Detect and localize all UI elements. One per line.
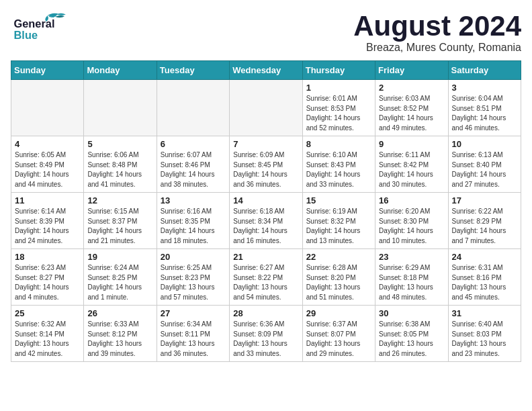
weekday-header-saturday: Saturday <box>448 61 521 80</box>
day-number: 8 <box>306 139 371 149</box>
weekday-header-tuesday: Tuesday <box>157 61 229 80</box>
day-info: Sunrise: 6:04 AMSunset: 8:51 PMDaylight:… <box>452 94 517 133</box>
day-info: Sunrise: 6:28 AMSunset: 8:20 PMDaylight:… <box>306 263 371 302</box>
weekday-header-wednesday: Wednesday <box>230 61 302 80</box>
month-title: August 2024 <box>353 11 521 42</box>
day-info: Sunrise: 6:32 AMSunset: 8:14 PMDaylight:… <box>15 320 80 359</box>
day-info: Sunrise: 6:36 AMSunset: 8:09 PMDaylight:… <box>233 320 298 359</box>
weekday-header-sunday: Sunday <box>11 61 84 80</box>
day-info: Sunrise: 6:11 AMSunset: 8:42 PMDaylight:… <box>379 150 444 189</box>
day-info: Sunrise: 6:24 AMSunset: 8:25 PMDaylight:… <box>87 263 152 302</box>
day-info: Sunrise: 6:20 AMSunset: 8:30 PMDaylight:… <box>379 207 444 246</box>
day-number: 20 <box>161 252 226 262</box>
day-info: Sunrise: 6:10 AMSunset: 8:43 PMDaylight:… <box>306 150 371 189</box>
day-info: Sunrise: 6:14 AMSunset: 8:39 PMDaylight:… <box>15 207 80 246</box>
day-info: Sunrise: 6:25 AMSunset: 8:23 PMDaylight:… <box>161 263 226 302</box>
day-info: Sunrise: 6:22 AMSunset: 8:29 PMDaylight:… <box>452 207 517 246</box>
day-number: 13 <box>161 195 226 205</box>
day-info: Sunrise: 6:16 AMSunset: 8:35 PMDaylight:… <box>161 207 226 246</box>
day-info: Sunrise: 6:31 AMSunset: 8:16 PMDaylight:… <box>452 263 517 302</box>
day-number: 25 <box>15 308 80 318</box>
calendar-cell <box>84 80 157 136</box>
day-number: 26 <box>87 308 152 318</box>
calendar-cell: 3Sunrise: 6:04 AMSunset: 8:51 PMDaylight… <box>448 80 521 136</box>
day-number: 6 <box>161 139 226 149</box>
day-number: 11 <box>15 195 80 205</box>
day-number: 10 <box>452 139 517 149</box>
day-info: Sunrise: 6:18 AMSunset: 8:34 PMDaylight:… <box>233 207 298 246</box>
calendar-cell: 19Sunrise: 6:24 AMSunset: 8:25 PMDayligh… <box>84 249 157 306</box>
calendar-cell: 20Sunrise: 6:25 AMSunset: 8:23 PMDayligh… <box>157 249 229 306</box>
calendar-cell: 24Sunrise: 6:31 AMSunset: 8:16 PMDayligh… <box>448 249 521 306</box>
calendar-cell: 16Sunrise: 6:20 AMSunset: 8:30 PMDayligh… <box>375 193 448 249</box>
page-header: General Blue August 2024 Breaza, Mures C… <box>11 11 521 54</box>
day-info: Sunrise: 6:06 AMSunset: 8:48 PMDaylight:… <box>87 150 152 189</box>
calendar-cell: 18Sunrise: 6:23 AMSunset: 8:27 PMDayligh… <box>11 249 84 306</box>
calendar-cell: 23Sunrise: 6:29 AMSunset: 8:18 PMDayligh… <box>375 249 448 306</box>
day-info: Sunrise: 6:05 AMSunset: 8:49 PMDaylight:… <box>15 150 80 189</box>
day-number: 22 <box>306 252 371 262</box>
day-info: Sunrise: 6:01 AMSunset: 8:53 PMDaylight:… <box>306 94 371 133</box>
calendar-cell: 7Sunrise: 6:09 AMSunset: 8:45 PMDaylight… <box>230 136 302 193</box>
day-number: 23 <box>379 252 444 262</box>
calendar-cell: 4Sunrise: 6:05 AMSunset: 8:49 PMDaylight… <box>11 136 84 193</box>
day-number: 29 <box>306 308 371 318</box>
weekday-header-row: SundayMondayTuesdayWednesdayThursdayFrid… <box>11 61 521 80</box>
calendar-cell <box>157 80 229 136</box>
day-number: 2 <box>379 83 444 93</box>
calendar-cell: 1Sunrise: 6:01 AMSunset: 8:53 PMDaylight… <box>302 80 375 136</box>
day-number: 14 <box>233 195 298 205</box>
calendar-cell: 17Sunrise: 6:22 AMSunset: 8:29 PMDayligh… <box>448 193 521 249</box>
calendar-cell: 30Sunrise: 6:38 AMSunset: 8:05 PMDayligh… <box>375 306 448 362</box>
calendar-cell: 28Sunrise: 6:36 AMSunset: 8:09 PMDayligh… <box>230 306 302 362</box>
calendar-cell: 2Sunrise: 6:03 AMSunset: 8:52 PMDaylight… <box>375 80 448 136</box>
day-number: 30 <box>379 308 444 318</box>
calendar-cell: 8Sunrise: 6:10 AMSunset: 8:43 PMDaylight… <box>302 136 375 193</box>
day-number: 1 <box>306 83 371 93</box>
day-number: 16 <box>379 195 444 205</box>
day-number: 24 <box>452 252 517 262</box>
calendar-cell: 21Sunrise: 6:27 AMSunset: 8:22 PMDayligh… <box>230 249 302 306</box>
calendar-cell: 25Sunrise: 6:32 AMSunset: 8:14 PMDayligh… <box>11 306 84 362</box>
day-info: Sunrise: 6:13 AMSunset: 8:40 PMDaylight:… <box>452 150 517 189</box>
calendar-cell: 10Sunrise: 6:13 AMSunset: 8:40 PMDayligh… <box>448 136 521 193</box>
day-info: Sunrise: 6:29 AMSunset: 8:18 PMDaylight:… <box>379 263 444 302</box>
calendar-cell: 5Sunrise: 6:06 AMSunset: 8:48 PMDaylight… <box>84 136 157 193</box>
day-info: Sunrise: 6:09 AMSunset: 8:45 PMDaylight:… <box>233 150 298 189</box>
calendar-cell: 15Sunrise: 6:19 AMSunset: 8:32 PMDayligh… <box>302 193 375 249</box>
day-info: Sunrise: 6:40 AMSunset: 8:03 PMDaylight:… <box>452 320 517 359</box>
calendar-cell: 6Sunrise: 6:07 AMSunset: 8:46 PMDaylight… <box>157 136 229 193</box>
weekday-header-monday: Monday <box>84 61 157 80</box>
day-number: 7 <box>233 139 298 149</box>
calendar-cell: 26Sunrise: 6:33 AMSunset: 8:12 PMDayligh… <box>84 306 157 362</box>
calendar-cell: 12Sunrise: 6:15 AMSunset: 8:37 PMDayligh… <box>84 193 157 249</box>
day-number: 21 <box>233 252 298 262</box>
calendar-cell <box>11 80 84 136</box>
day-number: 17 <box>452 195 517 205</box>
day-info: Sunrise: 6:27 AMSunset: 8:22 PMDaylight:… <box>233 263 298 302</box>
day-number: 3 <box>452 83 517 93</box>
weekday-header-friday: Friday <box>375 61 448 80</box>
day-info: Sunrise: 6:15 AMSunset: 8:37 PMDaylight:… <box>87 207 152 246</box>
calendar-cell: 29Sunrise: 6:37 AMSunset: 8:07 PMDayligh… <box>302 306 375 362</box>
day-info: Sunrise: 6:37 AMSunset: 8:07 PMDaylight:… <box>306 320 371 359</box>
svg-text:Blue: Blue <box>14 29 38 41</box>
calendar-cell: 14Sunrise: 6:18 AMSunset: 8:34 PMDayligh… <box>230 193 302 249</box>
week-row-3: 11Sunrise: 6:14 AMSunset: 8:39 PMDayligh… <box>11 193 521 249</box>
week-row-2: 4Sunrise: 6:05 AMSunset: 8:49 PMDaylight… <box>11 136 521 193</box>
day-info: Sunrise: 6:23 AMSunset: 8:27 PMDaylight:… <box>15 263 80 302</box>
calendar-cell <box>230 80 302 136</box>
day-number: 28 <box>233 308 298 318</box>
day-info: Sunrise: 6:34 AMSunset: 8:11 PMDaylight:… <box>161 320 226 359</box>
week-row-5: 25Sunrise: 6:32 AMSunset: 8:14 PMDayligh… <box>11 306 521 362</box>
day-number: 27 <box>161 308 226 318</box>
calendar-cell: 11Sunrise: 6:14 AMSunset: 8:39 PMDayligh… <box>11 193 84 249</box>
day-number: 9 <box>379 139 444 149</box>
day-info: Sunrise: 6:33 AMSunset: 8:12 PMDaylight:… <box>87 320 152 359</box>
calendar-table: SundayMondayTuesdayWednesdayThursdayFrid… <box>11 60 521 362</box>
week-row-1: 1Sunrise: 6:01 AMSunset: 8:53 PMDaylight… <box>11 80 521 136</box>
week-row-4: 18Sunrise: 6:23 AMSunset: 8:27 PMDayligh… <box>11 249 521 306</box>
calendar-cell: 9Sunrise: 6:11 AMSunset: 8:42 PMDaylight… <box>375 136 448 193</box>
calendar-cell: 22Sunrise: 6:28 AMSunset: 8:20 PMDayligh… <box>302 249 375 306</box>
day-number: 15 <box>306 195 371 205</box>
